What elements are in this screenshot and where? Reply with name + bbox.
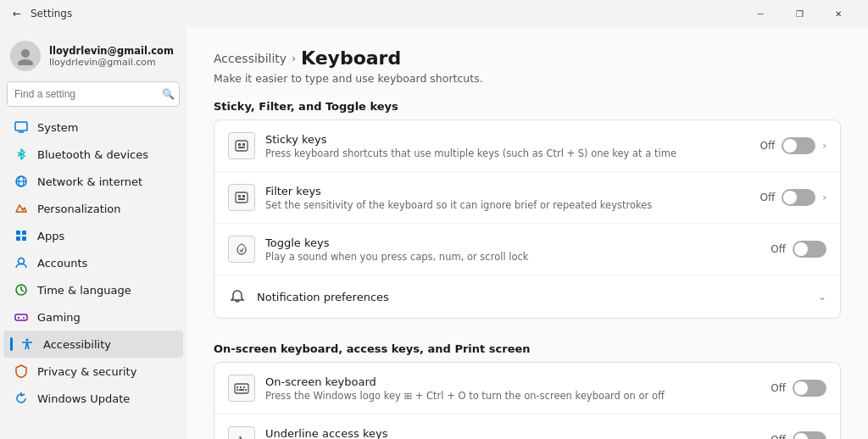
- row-title-toggle-keys: Toggle keys: [265, 236, 760, 249]
- section-header-onscreen-keyboard: On-screen keyboard, access keys, and Pri…: [214, 342, 841, 355]
- sidebar-item-time[interactable]: Time & language: [3, 276, 183, 303]
- sections-container: Sticky, Filter, and Toggle keys Sticky k…: [214, 100, 841, 439]
- settings-card-sticky-filter-toggle: Sticky keys Press keyboard shortcuts tha…: [214, 119, 841, 319]
- svg-rect-36: [239, 389, 244, 391]
- search-container: 🔍: [7, 81, 180, 107]
- sidebar-item-gaming[interactable]: Gaming: [3, 303, 183, 331]
- svg-rect-15: [15, 314, 27, 320]
- row-icon-sticky-keys: [228, 132, 255, 159]
- sidebar-item-bluetooth[interactable]: Bluetooth & devices: [3, 141, 183, 168]
- sidebar-icon-personalization: [14, 201, 29, 216]
- avatar: [10, 41, 41, 71]
- section-header-sticky-filter-toggle: Sticky, Filter, and Toggle keys: [214, 100, 841, 113]
- svg-rect-24: [238, 143, 241, 146]
- sidebar-label-privacy: Privacy & security: [37, 365, 136, 378]
- sidebar-label-windows-update: Windows Update: [37, 392, 130, 405]
- row-text-underline-access: Underline access keys Access keys will b…: [265, 427, 760, 440]
- row-desc-toggle-keys: Play a sound when you press caps, num, o…: [265, 251, 760, 263]
- row-right-onscreen-kb: Off: [771, 380, 826, 397]
- svg-line-22: [27, 342, 29, 349]
- svg-rect-27: [236, 192, 248, 203]
- sidebar-label-network: Network & internet: [37, 175, 142, 188]
- sidebar-icon-time: [14, 282, 29, 297]
- row-sticky-keys[interactable]: Sticky keys Press keyboard shortcuts tha…: [214, 120, 840, 172]
- sidebar-label-bluetooth: Bluetooth & devices: [37, 148, 148, 161]
- sidebar-icon-windows-update: [14, 391, 29, 406]
- bell-icon: [228, 287, 247, 306]
- row-text-toggle-keys: Toggle keys Play a sound when you press …: [265, 236, 760, 263]
- titlebar-title: Settings: [31, 8, 741, 19]
- sidebar-label-time: Time & language: [37, 284, 131, 297]
- sidebar-icon-network: [14, 174, 29, 189]
- sidebar-icon-gaming: [14, 309, 29, 325]
- active-bar: [10, 337, 13, 351]
- row-filter-keys[interactable]: Filter keys Set the sensitivity of the k…: [214, 172, 840, 224]
- close-button[interactable]: ✕: [819, 0, 858, 27]
- profile-info: lloydrlevin@gmail.com lloydrlevin@gmail.…: [49, 45, 174, 68]
- toggle-onscreen-kb[interactable]: [793, 380, 826, 397]
- sidebar-icon-accounts: [14, 255, 29, 270]
- toggle-underline-access[interactable]: [793, 431, 826, 439]
- row-onscreen-kb[interactable]: On-screen keyboard Press the Windows log…: [214, 363, 840, 414]
- svg-rect-35: [236, 389, 238, 391]
- toggle-filter-keys[interactable]: [782, 189, 815, 206]
- sidebar-item-accounts[interactable]: Accounts: [3, 249, 183, 276]
- sidebar-item-windows-update[interactable]: Windows Update: [3, 385, 183, 412]
- row-notification-prefs[interactable]: Notification preferences ⌄: [214, 275, 840, 318]
- svg-rect-25: [242, 143, 245, 146]
- back-button[interactable]: ←: [10, 7, 24, 20]
- sidebar-item-system[interactable]: System: [3, 114, 183, 141]
- toggle-sticky-keys[interactable]: [782, 137, 815, 154]
- svg-rect-8: [22, 231, 26, 235]
- sidebar-item-accessibility[interactable]: Accessibility: [3, 331, 183, 358]
- sidebar-item-privacy[interactable]: Privacy & security: [3, 358, 183, 385]
- app-body: lloydrlevin@gmail.com lloydrlevin@gmail.…: [0, 27, 868, 439]
- row-desc-sticky-keys: Press keyboard shortcuts that use multip…: [265, 147, 749, 159]
- row-text-filter-keys: Filter keys Set the sensitivity of the k…: [265, 185, 749, 211]
- search-icon: 🔍: [162, 88, 175, 100]
- row-right-sticky-keys: Off ›: [760, 137, 826, 154]
- search-input[interactable]: [7, 81, 180, 107]
- restore-button[interactable]: ❐: [780, 0, 819, 27]
- sidebar-item-network[interactable]: Network & internet: [3, 168, 183, 195]
- sidebar-label-gaming: Gaming: [37, 311, 81, 324]
- row-underline-access[interactable]: A Underline access keys Access keys will…: [214, 414, 840, 439]
- sidebar-item-apps[interactable]: Apps: [3, 222, 183, 249]
- svg-rect-31: [235, 384, 248, 393]
- svg-rect-30: [238, 198, 245, 200]
- titlebar: ← Settings ─ ❐ ✕: [0, 0, 868, 27]
- row-text-onscreen-kb: On-screen keyboard Press the Windows log…: [265, 375, 760, 402]
- row-icon-toggle-keys: [228, 236, 255, 263]
- page-subtitle: Make it easier to type and use keyboard …: [214, 72, 841, 85]
- svg-rect-28: [238, 195, 241, 197]
- sidebar: lloydrlevin@gmail.com lloydrlevin@gmail.…: [0, 27, 186, 439]
- row-icon-onscreen-kb: [228, 375, 255, 402]
- sidebar-profile[interactable]: lloydrlevin@gmail.com lloydrlevin@gmail.…: [0, 34, 186, 81]
- row-title-filter-keys: Filter keys: [265, 185, 749, 197]
- row-right-filter-keys: Off ›: [760, 189, 826, 206]
- chevron-down-icon: ⌄: [818, 291, 826, 303]
- svg-rect-37: [245, 389, 247, 391]
- svg-rect-29: [242, 195, 245, 197]
- minimize-button[interactable]: ─: [741, 0, 780, 27]
- svg-text:A: A: [236, 434, 244, 439]
- toggle-label-underline-access: Off: [771, 434, 786, 439]
- svg-rect-26: [238, 147, 245, 148]
- sidebar-label-accounts: Accounts: [37, 257, 87, 270]
- profile-email: lloydrlevin@gmail.com: [49, 57, 174, 68]
- toggle-toggle-keys[interactable]: [793, 241, 826, 258]
- svg-rect-9: [16, 236, 20, 241]
- svg-point-11: [19, 258, 25, 264]
- row-toggle-keys[interactable]: Toggle keys Play a sound when you press …: [214, 224, 840, 275]
- svg-rect-23: [236, 141, 248, 151]
- profile-name: lloydrlevin@gmail.com: [49, 45, 174, 57]
- sidebar-item-personalization[interactable]: Personalization: [3, 195, 183, 222]
- toggle-label-filter-keys: Off: [760, 192, 775, 203]
- breadcrumb-parent[interactable]: Accessibility: [214, 52, 287, 65]
- chevron-right-icon: ›: [822, 140, 826, 152]
- row-title-onscreen-kb: On-screen keyboard: [265, 375, 760, 388]
- row-text-sticky-keys: Sticky keys Press keyboard shortcuts tha…: [265, 133, 749, 159]
- breadcrumb-arrow: ›: [292, 53, 296, 64]
- sidebar-label-accessibility: Accessibility: [43, 338, 111, 351]
- sidebar-label-apps: Apps: [37, 230, 64, 242]
